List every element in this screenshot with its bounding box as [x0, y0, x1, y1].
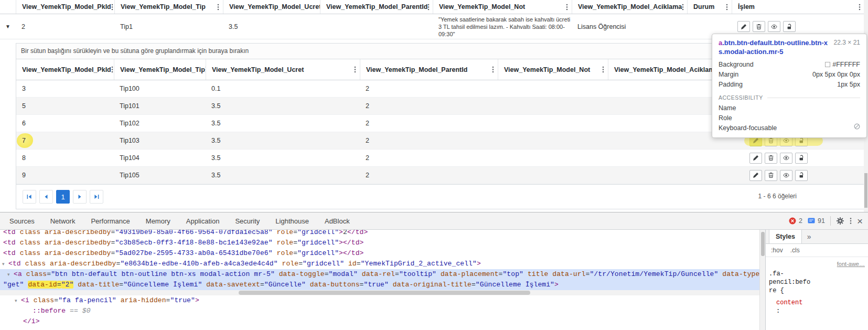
column-label: View_YemekTip_Model_Tip: [121, 3, 206, 10]
column-header-tip[interactable]: View_YemekTip_Model_Tip: [114, 59, 206, 80]
column-header-aciklama[interactable]: View_YemekTip_Model_Aciklama: [608, 59, 724, 80]
dom-tree-node[interactable]: ▾<td class aria-describedby="e8634b1e-ed…: [0, 259, 759, 269]
cell-pkid: 5: [16, 98, 114, 114]
cell-ucret: 3.5: [223, 14, 320, 39]
delete-button[interactable]: [765, 153, 777, 164]
column-menu-icon[interactable]: [354, 66, 356, 73]
not-allowed-icon: [854, 123, 860, 130]
edit-button[interactable]: [749, 170, 762, 181]
column-menu-icon[interactable]: [492, 66, 494, 73]
tab-application[interactable]: Application: [178, 217, 228, 225]
column-header-parentid[interactable]: View_YemekTip_Model_ParentId: [360, 59, 498, 80]
column-header-ucret[interactable]: View_YemekTip_Model_Ucret: [206, 59, 360, 80]
vertical-scrollbar[interactable]: [759, 230, 765, 330]
scrollbar-thumb[interactable]: [761, 232, 765, 256]
tab-sources[interactable]: Sources: [2, 217, 42, 225]
cell-parentid: 2: [360, 150, 498, 166]
dom-tree-node[interactable]: <td class aria-describedby="5ad027be-259…: [0, 248, 759, 259]
column-label: View_YemekTip_Model_Ucret: [212, 66, 304, 73]
close-icon[interactable]: ×: [857, 216, 863, 226]
settings-gear-icon[interactable]: [836, 217, 844, 225]
stylesheet-source-link[interactable]: font-awe…: [769, 260, 865, 268]
elements-tree: <td class aria-describedby="49319be9-85a…: [0, 230, 759, 330]
delete-button[interactable]: [765, 170, 777, 181]
dom-tree-node[interactable]: <td class aria-describedby="c3b85ecb-0ff…: [0, 238, 759, 248]
delete-button[interactable]: [753, 21, 765, 32]
column-menu-icon[interactable]: [111, 4, 113, 10]
column-header-durum[interactable]: Durum: [687, 0, 732, 14]
lock-button[interactable]: [783, 21, 796, 32]
disclosure-arrow-icon[interactable]: ▾: [2, 259, 8, 269]
next-page-button[interactable]: [73, 190, 87, 204]
column-header-not[interactable]: View_YemekTip_Model_Not: [498, 59, 608, 80]
cell-pkid: 9: [16, 167, 114, 184]
tab-lighthouse[interactable]: Lighthouse: [267, 217, 317, 225]
rule-selector-line[interactable]: pencil:befo: [769, 278, 865, 286]
column-header-parentid[interactable]: View_YemekTip_Model_ParentId: [320, 0, 433, 14]
disclosure-arrow-icon[interactable]: ▾: [7, 269, 14, 280]
css-property-name[interactable]: content: [769, 299, 865, 307]
tab-network[interactable]: Network: [42, 217, 83, 225]
lock-button[interactable]: [795, 170, 808, 181]
column-header-islem[interactable]: İşlem: [732, 0, 864, 14]
edit-button[interactable]: [749, 153, 762, 164]
column-menu-icon[interactable]: [427, 4, 430, 10]
column-menu-icon[interactable]: [682, 4, 684, 10]
toggle-hover-state[interactable]: :hov: [771, 247, 783, 254]
unlock-icon: [798, 137, 805, 144]
first-page-icon: [26, 194, 33, 200]
edit-button[interactable]: [737, 21, 750, 32]
first-page-button[interactable]: [23, 190, 36, 204]
column-menu-icon[interactable]: [111, 66, 113, 73]
message-count-badge[interactable]: 91: [808, 217, 825, 225]
column-header-pkid[interactable]: View_YemekTip_Model_PkId: [16, 59, 114, 80]
column-header-ucret[interactable]: View_YemekTip_Model_Ucret: [223, 0, 320, 14]
scrollbar-thumb[interactable]: [864, 173, 867, 208]
tab-performance[interactable]: Performance: [83, 217, 137, 225]
rule-selector-line[interactable]: .fa-: [769, 270, 865, 278]
toggle-classes[interactable]: .cls: [790, 247, 800, 254]
cell-parentid: 2: [360, 115, 498, 132]
column-menu-icon[interactable]: [859, 4, 861, 10]
row-expander[interactable]: ▼: [0, 14, 16, 39]
scrollbar-thumb[interactable]: [239, 291, 530, 295]
page-number-button[interactable]: 1: [56, 190, 70, 204]
dom-tree-node[interactable]: <td class aria-describedby="49319be9-85a…: [0, 230, 759, 238]
tab-overflow-chevrons[interactable]: »: [807, 232, 811, 241]
column-header-tip[interactable]: View_YemekTip_Model_Tip: [114, 0, 223, 14]
group-hint-label: Bir sütun başlığını sürükleyin ve bu süt…: [21, 47, 249, 55]
rule-selector-line[interactable]: re {: [769, 286, 865, 295]
view-button[interactable]: [780, 153, 792, 164]
error-count-badge[interactable]: 2: [789, 217, 802, 225]
column-header-pkid[interactable]: View_YemekTip_Model_PkId: [16, 0, 114, 14]
dom-tree-node[interactable]: ::before == $0: [0, 306, 759, 316]
dom-tree-node[interactable]: </i>: [0, 316, 759, 327]
dom-tree-node[interactable]: ▾<a class="btn btn-default btn-outline b…: [0, 269, 759, 280]
cell-ucret: 3.5: [206, 115, 360, 132]
dom-tree-node[interactable]: "get" data-id="2" data-title="Güncelleme…: [0, 280, 759, 290]
column-menu-icon[interactable]: [602, 66, 604, 73]
tab-security[interactable]: Security: [227, 217, 267, 225]
cell-aciklama: [608, 167, 724, 184]
tab-styles[interactable]: Styles: [769, 230, 802, 243]
column-header-not[interactable]: View_YemekTip_Model_Not: [433, 0, 572, 14]
prev-page-button[interactable]: [39, 190, 53, 204]
column-menu-icon[interactable]: [726, 4, 728, 10]
disclosure-arrow-icon[interactable]: ▾: [15, 295, 21, 306]
horizontal-scrollbar[interactable]: [0, 290, 759, 295]
kebab-menu-icon[interactable]: [850, 217, 852, 225]
column-menu-icon[interactable]: [217, 4, 219, 10]
last-page-button[interactable]: [90, 190, 103, 204]
view-button[interactable]: [780, 170, 792, 181]
view-button[interactable]: [768, 21, 780, 32]
cell-ucret: 3.5: [206, 150, 360, 166]
cell-tip: Tip105: [114, 167, 206, 184]
column-header-aciklama[interactable]: View_YemekTip_Model_Aciklama: [572, 0, 687, 14]
dom-tree-node[interactable]: ▾<i class="fa fa-pencil" aria-hidden="tr…: [0, 295, 759, 306]
tab-adblock[interactable]: AdBlock: [317, 217, 358, 225]
detail-row[interactable]: 8 Tip104 3.5 2: [16, 150, 865, 167]
tab-memory[interactable]: Memory: [138, 217, 178, 225]
column-menu-icon[interactable]: [566, 4, 568, 10]
lock-button[interactable]: [795, 153, 808, 164]
detail-row[interactable]: 9 Tip105 3.5 2: [16, 167, 865, 184]
